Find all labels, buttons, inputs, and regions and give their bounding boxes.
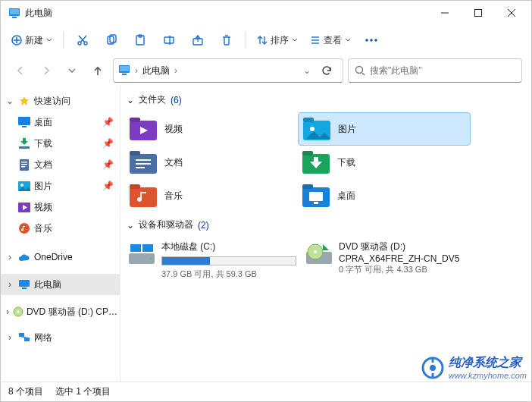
breadcrumb-segment[interactable]: 此电脑: [142, 64, 170, 77]
copy-button[interactable]: [99, 29, 124, 52]
drive-label: DVD 驱动器 (D:): [339, 240, 474, 253]
svg-point-35: [356, 67, 363, 74]
chevron-down-icon: [292, 37, 298, 43]
chevron-right-icon: ›: [135, 65, 138, 76]
svg-point-64: [310, 127, 315, 131]
chevron-down-icon: [345, 37, 351, 43]
group-count: (6): [171, 95, 182, 105]
sidebar-item-music[interactable]: 音乐: [1, 218, 120, 239]
refresh-button[interactable]: [315, 60, 338, 81]
chevron-down-icon: [46, 37, 52, 43]
svg-rect-1: [10, 9, 19, 14]
sidebar-quick-access[interactable]: ⌄ 快速访问: [1, 90, 120, 111]
this-pc-icon: [8, 7, 20, 19]
watermark-icon: [421, 356, 444, 379]
video-icon: [17, 203, 31, 212]
close-button[interactable]: [495, 2, 528, 24]
forward-button[interactable]: [36, 60, 57, 81]
folder-pictures[interactable]: 图片: [298, 112, 471, 146]
svg-rect-4: [475, 10, 482, 17]
maximize-button[interactable]: [462, 2, 495, 24]
drive-icon: [128, 240, 155, 268]
sort-button[interactable]: 排序: [252, 29, 302, 52]
group-drives[interactable]: ⌄ 设备和驱动器 (2): [127, 218, 528, 231]
drive-d[interactable]: DVD 驱动器 (D:) CPRA_X64FRE_ZH-CN_DV5 0 字节 …: [302, 237, 477, 283]
folder-desktop[interactable]: 桌面: [298, 179, 471, 212]
up-button[interactable]: [87, 60, 108, 81]
sidebar-item-documents[interactable]: 文档📌: [1, 154, 120, 175]
svg-rect-2: [12, 17, 17, 18]
svg-line-58: [21, 337, 27, 338]
drive-label: 本地磁盘 (C:): [161, 240, 296, 253]
folder-videos[interactable]: 视频: [125, 112, 298, 146]
recent-dropdown[interactable]: [61, 60, 83, 81]
svg-marker-87: [323, 244, 329, 250]
sidebar-item-downloads[interactable]: 下载📌: [1, 133, 120, 154]
caret-right-icon: ›: [5, 252, 14, 262]
watermark: 纯净系统之家 www.kzmyhome.com: [421, 355, 527, 380]
paste-button[interactable]: [127, 29, 153, 52]
share-button[interactable]: [185, 29, 211, 52]
video-folder-icon: [130, 115, 157, 143]
desktop-icon: [17, 117, 31, 127]
minimize-button[interactable]: [428, 2, 462, 24]
this-pc-icon: [17, 279, 31, 290]
document-folder-icon: [130, 149, 157, 176]
svg-rect-70: [136, 167, 145, 168]
chevron-down-icon[interactable]: ⌄: [303, 65, 311, 76]
sidebar-item-pictures[interactable]: 图片📌: [1, 175, 120, 196]
svg-marker-41: [20, 138, 28, 145]
caret-right-icon: ›: [5, 332, 14, 343]
sidebar-onedrive[interactable]: ›OneDrive: [1, 247, 120, 268]
folder-downloads[interactable]: 下载: [298, 146, 471, 179]
nav-row: › 此电脑 › ⌄: [1, 55, 531, 86]
address-bar[interactable]: › 此电脑 › ⌄: [113, 58, 343, 83]
svg-point-89: [430, 365, 436, 371]
rename-button[interactable]: [156, 29, 182, 52]
svg-point-51: [19, 223, 30, 234]
cut-button[interactable]: [70, 29, 95, 52]
star-icon: [17, 96, 31, 106]
folder-music[interactable]: 音乐: [125, 179, 298, 212]
view-button[interactable]: 查看: [305, 29, 355, 52]
group-count: (2): [198, 220, 209, 231]
divider: [63, 32, 64, 49]
back-button[interactable]: [10, 60, 31, 81]
group-title: 文件夹: [139, 93, 166, 106]
svg-rect-57: [24, 338, 30, 341]
desktop-folder-icon: [302, 182, 330, 209]
view-label: 查看: [324, 34, 342, 47]
sidebar-item-videos[interactable]: 视频: [1, 196, 120, 218]
drive-c[interactable]: 本地磁盘 (C:) 37.9 GB 可用, 共 59.3 GB: [125, 237, 299, 283]
music-icon: [17, 223, 31, 234]
svg-rect-60: [130, 118, 140, 122]
group-folders[interactable]: ⌄ 文件夹 (6): [127, 93, 528, 106]
search-box[interactable]: [348, 58, 522, 83]
sort-label: 排序: [271, 34, 289, 47]
drives-grid: 本地磁盘 (C:) 37.9 GB 可用, 共 59.3 GB DVD 驱动器 …: [125, 237, 528, 283]
caret-right-icon: ›: [5, 279, 14, 290]
network-icon: [17, 332, 31, 343]
svg-rect-40: [19, 146, 30, 149]
svg-rect-44: [21, 164, 27, 165]
sidebar-network[interactable]: ›网络: [1, 327, 120, 348]
new-button[interactable]: 新建: [7, 29, 57, 52]
sidebar-thispc[interactable]: ›此电脑: [1, 274, 120, 295]
search-input[interactable]: [370, 65, 515, 76]
svg-rect-67: [130, 151, 140, 155]
group-title: 设备和驱动器: [139, 218, 193, 231]
more-button[interactable]: [358, 29, 384, 52]
delete-button[interactable]: [214, 29, 239, 52]
folder-documents[interactable]: 文档: [125, 146, 298, 179]
svg-rect-56: [19, 333, 24, 337]
svg-rect-38: [18, 117, 30, 125]
sidebar-item-desktop[interactable]: 桌面📌: [1, 111, 120, 133]
capacity-bar: [161, 256, 296, 265]
caret-down-icon: ⌄: [5, 96, 14, 106]
navigation-pane: ⌄ 快速访问 桌面📌 下载📌 文档📌 图片📌 视频 音乐 ›OneDrive ›…: [1, 86, 120, 382]
svg-rect-45: [21, 166, 25, 168]
sidebar-dvd[interactable]: ›DVD 驱动器 (D:) CPRA_X64FRE_ZH-CN_DV5: [1, 301, 120, 322]
svg-rect-72: [302, 151, 313, 155]
svg-rect-39: [22, 126, 27, 127]
status-selected: 选中 1 个项目: [55, 385, 111, 398]
